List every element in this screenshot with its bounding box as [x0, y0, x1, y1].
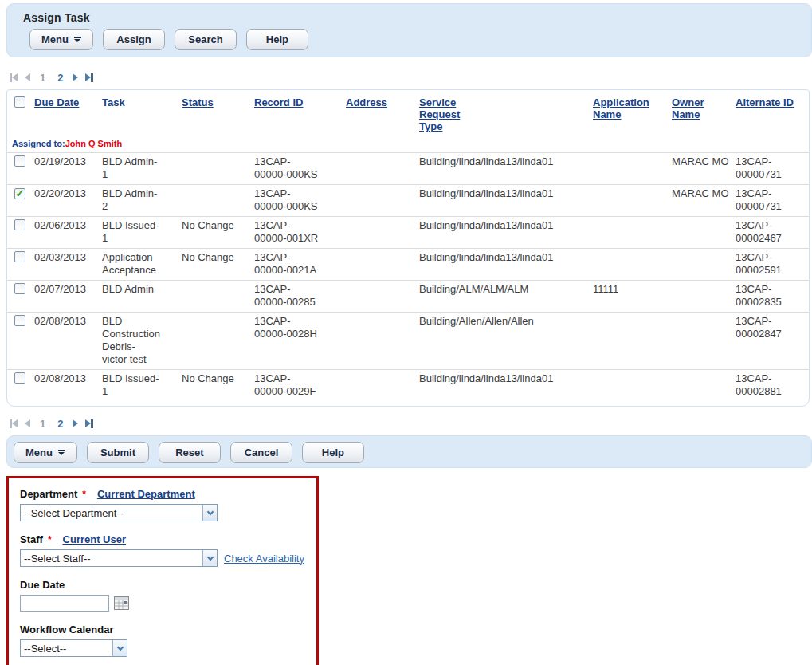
help-button[interactable]: Help — [246, 29, 308, 50]
page-title: Assign Task — [23, 11, 811, 24]
table-row: 02/08/2013BLD Issued- 1No Change13CAP- 0… — [7, 370, 809, 402]
cell-task: Application Acceptance — [99, 249, 178, 281]
first-page-icon[interactable] — [10, 73, 18, 82]
cell-address — [343, 313, 416, 370]
current-user-link[interactable]: Current User — [63, 533, 126, 545]
workflow-calendar-label: Workflow Calendar — [20, 624, 114, 635]
row-checkbox[interactable] — [14, 219, 25, 230]
cell-due-date: 02/08/2013 — [31, 313, 99, 370]
chevron-down-icon — [202, 505, 217, 521]
submit-button[interactable]: Submit — [87, 442, 149, 463]
menu-dropdown-icon — [74, 37, 81, 42]
cell-service-request-type: Building/Allen/Allen/Allen — [416, 313, 590, 370]
cell-owner-name — [669, 281, 732, 313]
column-header-alternate-id[interactable]: Alternate ID — [736, 96, 794, 108]
column-header-task: Task — [102, 96, 125, 108]
staff-group: Staff * Current User --Select Staff-- Ch… — [20, 533, 307, 567]
toolbar-button-row: Menu Submit Reset Cancel Help — [7, 442, 811, 463]
cell-owner-name — [669, 313, 732, 370]
column-header-service-request-type[interactable]: Service Request Type — [419, 96, 469, 132]
cell-owner-name — [669, 249, 732, 281]
cell-owner-name — [669, 217, 732, 249]
menu-button[interactable]: Menu — [14, 442, 77, 463]
column-header-record-id[interactable]: Record ID — [254, 96, 303, 108]
select-all-checkbox[interactable] — [14, 96, 25, 108]
row-checkbox[interactable] — [14, 155, 25, 167]
cell-application-name: 11111 — [590, 281, 669, 313]
cell-application-name — [590, 185, 669, 217]
cell-due-date: 02/03/2013 — [31, 249, 99, 281]
cell-service-request-type: Building/linda/linda13/linda01 — [416, 370, 590, 402]
form-toolbar: Menu Submit Reset Cancel Help — [6, 435, 812, 468]
calendar-icon[interactable] — [114, 596, 129, 610]
staff-select[interactable]: --Select Staff-- — [20, 549, 218, 567]
reset-button[interactable]: Reset — [159, 442, 221, 463]
workflow-calendar-select[interactable]: --Select-- — [20, 639, 127, 657]
next-page-icon[interactable] — [73, 73, 78, 81]
due-date-label: Due Date — [20, 579, 65, 591]
menu-button[interactable]: Menu — [29, 29, 93, 50]
cell-record-id: 13CAP- 00000-0029F — [251, 370, 343, 402]
cell-address — [343, 249, 416, 281]
cell-alternate-id: 13CAP- 00000731 — [732, 185, 809, 217]
row-checkbox[interactable] — [14, 372, 25, 384]
cell-due-date: 02/07/2013 — [31, 281, 99, 313]
workflow-calendar-select-value: --Select-- — [21, 643, 112, 655]
previous-page-icon[interactable] — [25, 73, 30, 81]
cell-task: BLD Admin- 2 — [99, 185, 178, 217]
cancel-button[interactable]: Cancel — [230, 442, 292, 463]
table-row: 02/19/2013BLD Admin- 113CAP- 00000-000KS… — [7, 153, 809, 185]
required-marker: * — [82, 489, 86, 500]
due-date-input[interactable] — [20, 595, 109, 612]
task-list-container: Due Date Task Status Record ID Address S… — [6, 89, 810, 407]
staff-label: Staff — [20, 533, 43, 545]
next-page-icon[interactable] — [73, 419, 78, 427]
cell-application-name — [590, 370, 669, 402]
cell-status — [178, 281, 251, 313]
previous-page-icon[interactable] — [25, 419, 30, 427]
row-checkbox[interactable] — [14, 251, 25, 262]
current-department-link[interactable]: Current Department — [97, 488, 195, 500]
page-number-current: 1 — [40, 72, 45, 84]
cell-task: BLD Admin- 1 — [99, 153, 178, 185]
cell-application-name — [590, 249, 669, 281]
cell-application-name — [590, 153, 669, 185]
last-page-icon[interactable] — [85, 73, 93, 82]
first-page-icon[interactable] — [10, 419, 18, 428]
cell-status — [178, 153, 251, 185]
column-header-owner-name[interactable]: Owner Name — [672, 96, 713, 120]
help-button[interactable]: Help — [302, 442, 364, 463]
table-row: 02/08/2013BLD Construction Debris- victo… — [7, 313, 809, 370]
cell-status — [178, 313, 251, 370]
cell-service-request-type: Building/linda/linda13/linda01 — [416, 185, 590, 217]
column-header-status[interactable]: Status — [182, 96, 214, 108]
cell-application-name — [590, 217, 669, 249]
cell-due-date: 02/06/2013 — [31, 217, 99, 249]
cell-address — [343, 370, 416, 402]
cell-due-date: 02/08/2013 — [31, 370, 99, 402]
row-checkbox[interactable] — [14, 315, 25, 326]
check-availability-link[interactable]: Check Availability — [224, 553, 304, 565]
page-number-link[interactable]: 2 — [57, 72, 63, 84]
row-checkbox[interactable] — [14, 283, 25, 294]
cell-due-date: 02/20/2013 — [31, 185, 99, 217]
column-header-application-name[interactable]: Application Name — [593, 96, 665, 120]
search-button[interactable]: Search — [175, 29, 237, 50]
cell-status: No Change — [178, 249, 251, 281]
assign-button[interactable]: Assign — [103, 29, 165, 50]
last-page-icon[interactable] — [85, 419, 93, 428]
row-checkbox[interactable]: ✓ — [14, 188, 25, 199]
cell-record-id: 13CAP- 00000-0021A — [251, 249, 343, 281]
cell-record-id: 13CAP- 00000-0028H — [251, 313, 343, 370]
page-number-link[interactable]: 2 — [57, 418, 63, 430]
department-select[interactable]: --Select Department-- — [20, 504, 218, 521]
table-row: 02/03/2013Application AcceptanceNo Chang… — [7, 249, 809, 281]
assignment-form: Department * Current Department --Select… — [6, 476, 319, 665]
cell-alternate-id: 13CAP- 00002835 — [732, 281, 809, 313]
menu-button-label: Menu — [25, 447, 53, 458]
cell-status: No Change — [178, 217, 251, 249]
assign-task-panel: Assign Task Menu Assign Search Help — [6, 3, 812, 57]
column-header-address[interactable]: Address — [346, 96, 387, 108]
column-header-due-date[interactable]: Due Date — [34, 96, 79, 108]
cell-service-request-type: Building/linda/linda13/linda01 — [416, 249, 590, 281]
